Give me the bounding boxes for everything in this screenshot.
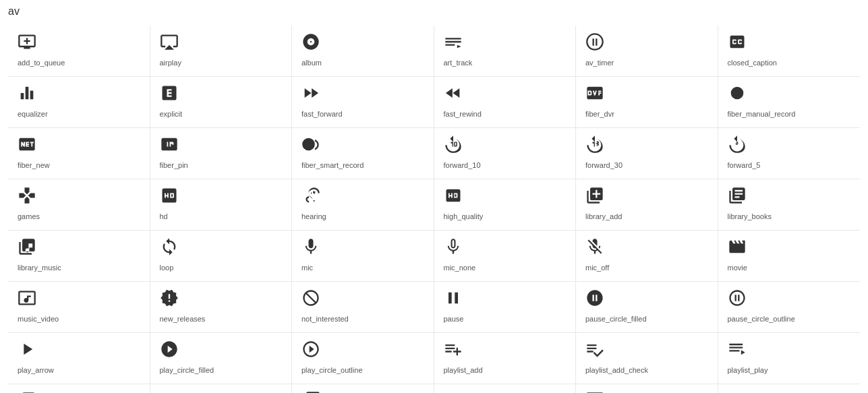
- playlist_add_check-icon: [585, 340, 604, 362]
- fiber_dvr-label: fiber_dvr: [585, 110, 614, 118]
- icon-item-music_video: music_video: [8, 282, 150, 333]
- icon-item-hd: hd: [150, 179, 293, 231]
- av_timer-icon: [585, 32, 604, 55]
- art_track-icon: [444, 32, 463, 55]
- mic_off-icon: [585, 237, 604, 260]
- play_circle_outline-label: play_circle_outline: [301, 366, 363, 374]
- fast_forward-label: fast_forward: [301, 110, 343, 118]
- library_music-label: library_music: [18, 264, 61, 272]
- fast_rewind-label: fast_rewind: [444, 110, 482, 118]
- fiber_dvr-icon: [585, 84, 604, 106]
- pause-icon: [444, 289, 463, 311]
- icon-item-explicit: explicit: [150, 77, 293, 128]
- fiber_pin-icon: [160, 135, 179, 157]
- icon-item-fiber_new: fiber_new: [8, 128, 150, 179]
- icon-item-queue_music: queue_music: [150, 384, 293, 393]
- playlist_add-icon: [444, 340, 463, 362]
- fiber_smart_record-label: fiber_smart_record: [301, 161, 364, 169]
- icon-item-airplay: airplay: [150, 26, 293, 77]
- hearing-icon: [301, 186, 320, 208]
- icon-item-remove_from_queue: remove_from_queue: [718, 384, 861, 393]
- forward_10-icon: [444, 135, 463, 157]
- icon-item-pause_circle_filled: pause_circle_filled: [576, 282, 718, 333]
- icon-item-mic_off: mic_off: [576, 231, 718, 282]
- high_quality-icon: [444, 186, 463, 208]
- hd-label: hd: [160, 212, 168, 220]
- icon-item-loop: loop: [150, 231, 293, 282]
- fast_forward-icon: [301, 84, 320, 106]
- closed_caption-label: closed_caption: [728, 59, 777, 67]
- icon-item-library_music: library_music: [8, 231, 150, 282]
- add_to_queue-label: add_to_queue: [18, 59, 65, 67]
- playlist_play-label: playlist_play: [728, 366, 768, 374]
- icon-item-mic_none: mic_none: [434, 231, 577, 282]
- loop-icon: [160, 237, 179, 260]
- pause_circle_filled-label: pause_circle_filled: [585, 315, 647, 323]
- icon-item-fiber_smart_record: fiber_smart_record: [292, 128, 434, 179]
- av_timer-label: av_timer: [585, 59, 614, 67]
- icon-item-library_books: library_books: [718, 179, 861, 231]
- play_circle_filled-icon: [160, 340, 179, 362]
- pause_circle_outline-label: pause_circle_outline: [728, 315, 795, 323]
- library_music-icon: [18, 237, 36, 260]
- icon-item-mic: mic: [292, 231, 434, 282]
- page-title: av: [8, 5, 860, 18]
- icon-item-play_circle_filled: play_circle_filled: [150, 333, 293, 384]
- equalizer-label: equalizer: [18, 110, 48, 118]
- fiber_new-label: fiber_new: [18, 161, 50, 169]
- forward_5-icon: [728, 135, 747, 157]
- new_releases-icon: [160, 289, 179, 311]
- airplay-icon: [160, 32, 179, 55]
- mic-icon: [301, 237, 320, 260]
- icon-item-add_to_queue: add_to_queue: [8, 26, 150, 77]
- icon-item-fiber_pin: fiber_pin: [150, 128, 293, 179]
- icon-item-recent_actors: recent_actors: [576, 384, 718, 393]
- fiber_manual_record-label: fiber_manual_record: [728, 110, 796, 118]
- mic_off-label: mic_off: [585, 264, 609, 272]
- games-icon: [18, 186, 36, 208]
- mic-label: mic: [301, 264, 313, 272]
- album-label: album: [301, 59, 322, 67]
- forward_30-label: forward_30: [585, 161, 623, 169]
- icon-item-library_add: library_add: [576, 179, 718, 231]
- mic_none-icon: [444, 237, 463, 260]
- icon-item-av_timer: av_timer: [576, 26, 718, 77]
- icon-item-games: games: [8, 179, 150, 231]
- icon-item-fast_rewind: fast_rewind: [434, 77, 577, 128]
- album-icon: [301, 32, 320, 55]
- icon-grid: add_to_queueairplayalbumart_trackav_time…: [8, 26, 860, 393]
- library_add-icon: [585, 186, 604, 208]
- icon-item-forward_30: forward_30: [576, 128, 718, 179]
- library_books-icon: [728, 186, 747, 208]
- art_track-label: art_track: [444, 59, 473, 67]
- closed_caption-icon: [728, 32, 747, 55]
- icon-item-radio: radio: [434, 384, 577, 393]
- playlist_add_check-label: playlist_add_check: [585, 366, 648, 374]
- icon-item-fast_forward: fast_forward: [292, 77, 434, 128]
- icon-item-fiber_dvr: fiber_dvr: [576, 77, 718, 128]
- forward_10-label: forward_10: [444, 161, 481, 169]
- icon-item-closed_caption: closed_caption: [718, 26, 861, 77]
- play_arrow-icon: [18, 340, 36, 362]
- icon-item-high_quality: high_quality: [434, 179, 577, 231]
- pause-label: pause: [444, 315, 464, 323]
- movie-label: movie: [728, 264, 747, 272]
- icon-item-playlist_play: playlist_play: [718, 333, 861, 384]
- mic_none-label: mic_none: [444, 264, 476, 272]
- hd-icon: [160, 186, 179, 208]
- not_interested-label: not_interested: [301, 315, 349, 323]
- explicit-icon: [160, 84, 179, 106]
- fiber_manual_record-icon: [728, 84, 747, 106]
- icon-item-fiber_manual_record: fiber_manual_record: [718, 77, 861, 128]
- fiber_pin-label: fiber_pin: [160, 161, 188, 169]
- icon-item-pause: pause: [434, 282, 577, 333]
- add_to_queue-icon: [18, 32, 36, 55]
- icon-item-play_circle_outline: play_circle_outline: [292, 333, 434, 384]
- icon-item-playlist_add: playlist_add: [434, 333, 577, 384]
- icon-item-forward_10: forward_10: [434, 128, 577, 179]
- forward_30-icon: [585, 135, 604, 157]
- airplay-label: airplay: [160, 59, 181, 67]
- music_video-label: music_video: [18, 315, 59, 323]
- games-label: games: [18, 212, 40, 220]
- icon-item-playlist_add_check: playlist_add_check: [576, 333, 718, 384]
